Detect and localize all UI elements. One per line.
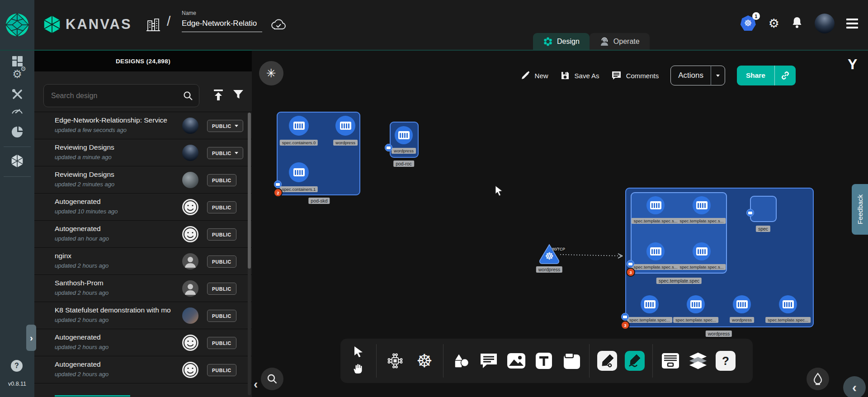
- actions-button[interactable]: Actions: [670, 66, 725, 85]
- error-count-badge[interactable]: 2: [274, 188, 283, 197]
- visibility-badge[interactable]: PUBLIC: [207, 174, 236, 186]
- visibility-badge[interactable]: PUBLIC: [207, 310, 236, 322]
- name-field-label: Name: [182, 10, 262, 16]
- pan-tool-icon[interactable]: [353, 363, 364, 376]
- nav-dashboard-icon[interactable]: [0, 55, 34, 67]
- settings-gear-icon[interactable]: ⚙: [769, 18, 779, 30]
- freehand-draw-tool-icon[interactable]: [625, 351, 645, 371]
- container-node[interactable]: wordpress: [335, 116, 355, 136]
- visibility-badge[interactable]: PUBLIC: [207, 147, 243, 159]
- visibility-badge[interactable]: PUBLIC: [207, 364, 236, 376]
- user-avatar[interactable]: [815, 14, 835, 33]
- collapse-panel-chevron[interactable]: ‹: [254, 377, 258, 392]
- error-count-badge[interactable]: 3: [626, 268, 635, 277]
- design-row[interactable]: Reviewing Designs updated a minute ago P…: [34, 139, 252, 166]
- design-row[interactable]: Reviewing Designs updated 2 minutes ago …: [34, 166, 252, 194]
- design-canvas[interactable]: ✳ New Save As: [252, 51, 868, 397]
- visibility-badge[interactable]: PUBLIC: [207, 228, 236, 241]
- search-design-input[interactable]: [44, 85, 199, 107]
- help-tool-icon[interactable]: ?: [716, 351, 736, 371]
- canvas-toolbar: New Save As Comments: [520, 66, 796, 85]
- visibility-badge[interactable]: PUBLIC: [207, 255, 236, 268]
- container-node[interactable]: spec.containers.1: [289, 162, 309, 182]
- container-label: wordpress: [392, 148, 416, 154]
- search-design-box: [43, 84, 199, 107]
- hamburger-menu-icon[interactable]: [846, 19, 858, 28]
- panel-scrollbar-thumb[interactable]: [248, 113, 251, 269]
- help-icon[interactable]: ?: [11, 360, 23, 372]
- actions-caret-button[interactable]: [711, 75, 725, 77]
- node-spec-template-spec[interactable]: [631, 192, 727, 274]
- deploy-drop-button[interactable]: [807, 368, 829, 390]
- kubernetes-tool-icon[interactable]: ☸: [414, 350, 435, 372]
- container-icon: [693, 242, 711, 260]
- deployment-badge-icon: [621, 313, 629, 321]
- meshery-flower-button[interactable]: ✳: [259, 61, 283, 85]
- group-label: spec.template.spec: [656, 276, 702, 284]
- container-node[interactable]: spec.template.spec.s...: [693, 196, 711, 214]
- collapse-right-chevron-button[interactable]: ‹: [843, 376, 866, 397]
- drawer-tool-icon[interactable]: [660, 351, 680, 371]
- yaml-shortcut-icon[interactable]: Y: [848, 56, 857, 73]
- components-tool-icon[interactable]: [384, 350, 406, 372]
- container-node[interactable]: spec.containers.0: [289, 116, 309, 136]
- kanvas-brand[interactable]: KANVAS: [43, 14, 132, 34]
- design-title: Reviewing Designs: [55, 143, 114, 151]
- design-row[interactable]: Autogenerated updated 2 hours ago PUBLIC: [34, 329, 252, 356]
- container-node[interactable]: spec.template.spec...: [687, 295, 705, 313]
- tab-operate[interactable]: Operate: [590, 33, 650, 50]
- new-button[interactable]: New: [520, 71, 548, 80]
- shapes-tool-icon[interactable]: [451, 351, 471, 371]
- container-node[interactable]: wordpress: [395, 126, 413, 144]
- design-row[interactable]: Edge-Network-Relationship: Service updat…: [34, 112, 252, 139]
- select-tool-icon[interactable]: [353, 345, 364, 359]
- node-spec[interactable]: [750, 196, 777, 222]
- layers-tool-icon[interactable]: [688, 351, 708, 371]
- design-row[interactable]: Autogenerated updated an hour ago PUBLIC: [34, 221, 252, 248]
- nav-configuration-icon[interactable]: [0, 88, 34, 100]
- copy-link-button[interactable]: [775, 71, 796, 80]
- design-name-input[interactable]: [182, 16, 262, 32]
- actions-label: Actions: [671, 71, 711, 80]
- nav-kanvas-icon[interactable]: [0, 154, 34, 168]
- container-node[interactable]: spec.template.spec.s...: [646, 196, 665, 214]
- note-tool-icon[interactable]: [561, 351, 581, 371]
- visibility-badge[interactable]: PUBLIC: [207, 337, 236, 349]
- k8s-context-button[interactable]: ☸ 1: [741, 15, 757, 32]
- container-node[interactable]: spec.template.spec.s...: [646, 242, 665, 260]
- container-icon: [733, 295, 751, 313]
- visibility-badge[interactable]: PUBLIC: [207, 283, 236, 295]
- container-node[interactable]: wordpress: [733, 295, 751, 313]
- comment-tool-icon[interactable]: [479, 351, 499, 371]
- container-node[interactable]: spec.template.spec...: [779, 295, 797, 313]
- image-tool-icon[interactable]: [506, 351, 526, 371]
- notifications-bell-icon[interactable]: [791, 16, 803, 31]
- feedback-tab[interactable]: Feedback: [852, 184, 868, 235]
- expand-sidebar-button[interactable]: ‹: [26, 325, 36, 351]
- tab-design[interactable]: Design: [533, 33, 590, 50]
- save-as-button[interactable]: Save As: [560, 71, 599, 80]
- zoom-button[interactable]: [261, 368, 283, 390]
- nav-extensions-icon[interactable]: [0, 126, 34, 138]
- share-button[interactable]: Share: [737, 66, 796, 85]
- layer5-logo-tile[interactable]: [0, 0, 34, 50]
- design-row[interactable]: nginx updated 2 hours ago PUBLIC: [34, 248, 252, 275]
- design-row[interactable]: Autogenerated updated 2 hours ago PUBLIC: [34, 356, 252, 383]
- design-swirl-icon: [543, 37, 553, 47]
- pen-tool-icon[interactable]: [597, 351, 617, 371]
- design-row[interactable]: K8 Statefulset demonstration with mo upd…: [34, 302, 252, 329]
- container-node[interactable]: spec.template.spec.s...: [693, 242, 711, 260]
- publish-design-icon[interactable]: [212, 89, 224, 103]
- error-count-badge[interactable]: 3: [621, 321, 630, 330]
- text-tool-icon[interactable]: [534, 351, 554, 371]
- design-row[interactable]: Santhosh-Prom updated 2 hours ago PUBLIC: [34, 275, 252, 302]
- design-row[interactable]: Autogenerated updated 10 minutes ago PUB…: [34, 194, 252, 221]
- filter-icon[interactable]: [232, 89, 244, 102]
- nav-performance-icon[interactable]: [0, 106, 34, 115]
- organization-icon[interactable]: [146, 17, 161, 34]
- visibility-badge[interactable]: PUBLIC: [207, 201, 236, 213]
- comments-button[interactable]: Comments: [611, 71, 659, 80]
- visibility-badge[interactable]: PUBLIC: [207, 120, 243, 132]
- container-node[interactable]: spec.template.spec...: [641, 295, 659, 313]
- nav-lifecycle-icon[interactable]: ⚙⚙: [0, 69, 34, 80]
